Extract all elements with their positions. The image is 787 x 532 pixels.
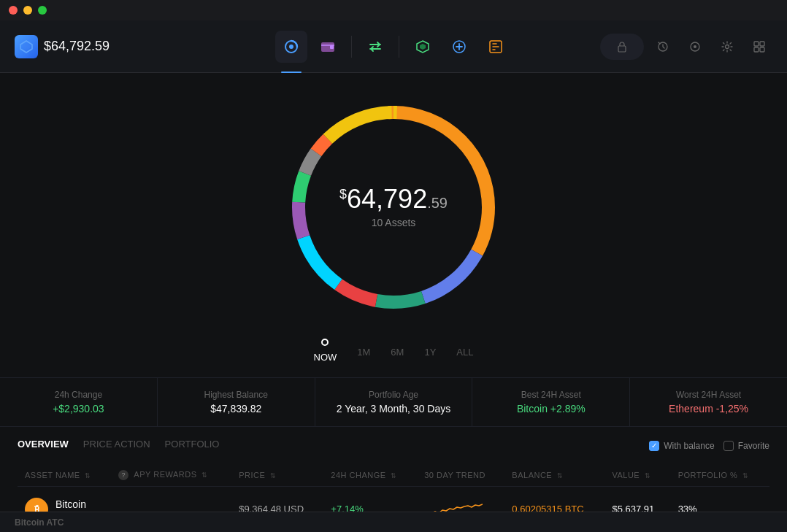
time-btn-1m[interactable]: 1M [356, 344, 372, 361]
stat-portfolio-age: Portfolio Age 2 Year, 3 Month, 30 Days [315, 378, 473, 426]
chart-section: $64,792.59 10 Assets NOW 1M 6M 1Y ALL [0, 73, 787, 377]
sort-icon-asset: ⇅ [85, 472, 91, 479]
with-balance-label: With balance [664, 441, 714, 451]
col-apy[interactable]: ? APY REWARDS ⇅ [111, 464, 231, 487]
main-content: $64,792.59 10 Assets NOW 1M 6M 1Y ALL 24… [0, 73, 787, 532]
nav-portfolio[interactable] [275, 31, 307, 63]
nav-trade[interactable] [480, 31, 512, 63]
time-now-dot [321, 339, 329, 346]
nav-wallet[interactable] [312, 31, 344, 63]
stat-portfolio-age-value: 2 Year, 3 Month, 30 Days [333, 403, 455, 415]
sort-icon-price: ⇅ [270, 472, 277, 479]
titlebar [0, 0, 787, 20]
stat-24h-change-value: +$2,930.03 [18, 403, 139, 415]
col-price[interactable]: PRICE ⇅ [231, 464, 323, 487]
tab-overview[interactable]: OVERVIEW [18, 439, 69, 452]
grid-button[interactable] [746, 34, 772, 60]
svg-rect-14 [754, 47, 759, 52]
header-right [600, 34, 772, 60]
svg-rect-8 [618, 46, 626, 52]
time-selector: NOW 1M 6M 1Y ALL [312, 339, 475, 366]
stat-highest-balance-label: Highest Balance [175, 390, 297, 400]
logo-area: $64,792.59 [15, 35, 131, 58]
filter-favorite[interactable]: Favorite [723, 441, 769, 451]
stat-worst-asset-value: Ethereum -1,25% [648, 403, 769, 415]
col-balance[interactable]: BALANCE ⇅ [504, 464, 604, 487]
notifications-button[interactable] [682, 34, 708, 60]
logo-icon [15, 35, 38, 58]
filter-with-balance[interactable]: With balance [649, 441, 714, 451]
maximize-button[interactable] [38, 6, 47, 15]
with-balance-checkbox[interactable] [649, 441, 659, 451]
svg-marker-5 [420, 44, 426, 50]
settings-button[interactable] [714, 34, 740, 60]
sort-icon-portfolio: ⇅ [742, 472, 749, 479]
sort-icon-balance: ⇅ [557, 472, 564, 479]
stat-24h-change: 24h Change +$2,930.03 [0, 378, 158, 426]
svg-rect-12 [754, 42, 759, 46]
donut-assets-label: 10 Assets [339, 217, 448, 228]
sort-icon-change: ⇅ [391, 472, 397, 479]
table-tabs: OVERVIEW PRICE ACTION PORTFOLIO With bal… [18, 439, 769, 452]
svg-point-1 [289, 45, 293, 49]
table-header-row: ASSET NAME ⇅ ? APY REWARDS ⇅ PRICE ⇅ 24H… [18, 464, 769, 487]
donut-center-value: $64,792.59 10 Assets [339, 186, 448, 228]
favorite-label: Favorite [738, 441, 769, 451]
col-change[interactable]: 24H CHANGE ⇅ [323, 464, 417, 487]
col-value[interactable]: VALUE ⇅ [604, 464, 670, 487]
svg-rect-13 [760, 42, 764, 46]
bottom-logo-text: Bitcoin ATC [15, 517, 64, 528]
time-btn-1y[interactable]: 1Y [423, 344, 437, 361]
time-btn-6m[interactable]: 6M [389, 344, 405, 361]
donut-amount: $64,792.59 [339, 186, 448, 212]
stat-best-asset-value: Bitcoin +2.89% [490, 403, 612, 415]
time-btn-now[interactable]: NOW [312, 349, 339, 366]
nav-stake[interactable] [407, 31, 439, 63]
donut-cents: .59 [427, 195, 448, 211]
col-trend: 30 DAY TREND [417, 464, 504, 487]
donut-main-amount: 64,792 [347, 184, 427, 214]
tab-price-action[interactable]: PRICE ACTION [83, 439, 150, 452]
svg-point-10 [694, 45, 696, 48]
nav-separator-2 [399, 36, 399, 58]
svg-rect-15 [760, 47, 764, 52]
header-nav [275, 31, 512, 63]
time-btn-all[interactable]: ALL [455, 344, 475, 361]
stat-best-asset-label: Best 24H Asset [490, 390, 612, 400]
header-balance: $64,792.59 [44, 39, 110, 54]
stat-24h-change-label: 24h Change [18, 390, 139, 400]
nav-swap[interactable] [359, 31, 391, 63]
donut-chart: $64,792.59 10 Assets [277, 90, 510, 324]
lock-button[interactable] [600, 34, 644, 60]
table-filters: With balance Favorite [649, 441, 769, 451]
col-asset-name[interactable]: ASSET NAME ⇅ [18, 464, 111, 487]
minimize-button[interactable] [23, 6, 32, 15]
col-portfolio[interactable]: PORTFOLIO % ⇅ [671, 464, 769, 487]
stat-highest-balance: Highest Balance $47,839.82 [158, 378, 315, 426]
stat-worst-asset-label: Worst 24H Asset [648, 390, 769, 400]
stat-best-asset: Best 24H Asset Bitcoin +2.89% [472, 378, 630, 426]
asset-name-text: Bitcoin [55, 498, 86, 510]
stat-portfolio-age-label: Portfolio Age [333, 390, 455, 400]
time-now-option[interactable]: NOW [312, 339, 339, 366]
favorite-checkbox[interactable] [723, 441, 734, 451]
history-button[interactable] [650, 34, 676, 60]
header: $64,792.59 [0, 20, 787, 73]
sort-icon-value: ⇅ [645, 472, 651, 479]
svg-point-11 [726, 45, 729, 48]
nav-separator-1 [351, 36, 352, 58]
sort-icon-apy: ⇅ [201, 471, 208, 479]
nav-add[interactable] [443, 31, 475, 63]
tab-portfolio[interactable]: PORTFOLIO [165, 439, 220, 452]
stat-highest-balance-value: $47,839.82 [175, 403, 297, 415]
close-button[interactable] [9, 6, 18, 15]
stats-row: 24h Change +$2,930.03 Highest Balance $4… [0, 377, 787, 427]
donut-currency-symbol: $ [339, 187, 347, 201]
apy-help-icon[interactable]: ? [118, 470, 128, 480]
bottom-bar: Bitcoin ATC [0, 512, 787, 532]
stat-worst-asset: Worst 24H Asset Ethereum -1,25% [630, 378, 787, 426]
